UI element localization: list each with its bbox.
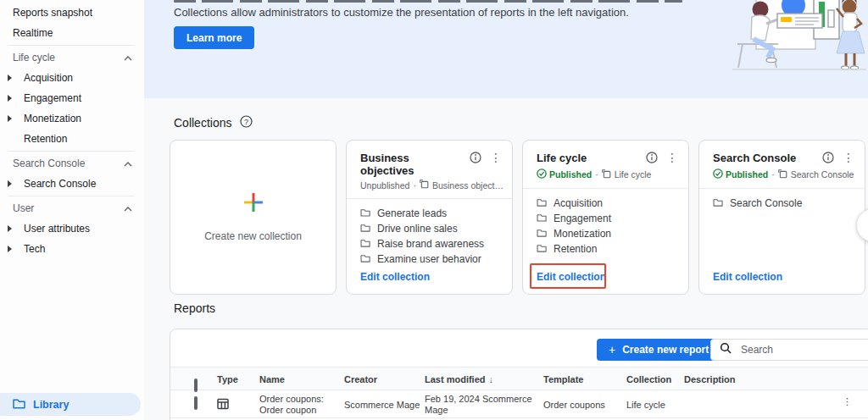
reports-section-title: Reports [174,301,215,315]
group-label: Life cycle [13,52,55,64]
col-label: Last modified [425,374,486,384]
sidebar-group-search-console[interactable]: Search Console [0,153,144,174]
create-new-report-button[interactable]: + Create new report [597,339,721,361]
info-icon[interactable] [470,152,481,166]
cell-last-modified: Feb 19, 2024 Scommerce Mage [425,394,533,416]
kebab-menu-icon[interactable]: ⋮ [843,151,854,164]
people-presentation-illustration [726,0,868,85]
sidebar-item-engagement[interactable]: Engagement [0,88,144,108]
table-row[interactable]: Order coupons: Order coupon Scommerce Ma… [170,390,868,418]
dot-separator: · [595,169,598,180]
edit-collection-link[interactable]: Edit collection [537,271,606,283]
expand-arrow-icon [8,115,15,122]
card-title: Search Console [713,152,815,164]
group-label: Search Console [13,158,85,169]
row-kebab-menu-icon[interactable]: ⋮ [843,396,852,407]
topic-label: Acquisition [554,197,603,209]
collection-card-search-console: Search Console ⋮ Published · Search Cons… [698,140,865,295]
topic-label: Examine user behavior [377,253,481,265]
col-template[interactable]: Template [543,368,583,391]
divider [8,151,134,152]
info-icon[interactable] [646,152,658,166]
help-icon[interactable]: ? [240,115,253,130]
col-collection[interactable]: Collection [626,368,671,391]
sidebar-item-tech[interactable]: Tech [0,239,144,259]
chevron-up-icon [124,158,132,169]
topic-item: Drive online sales [360,223,498,235]
expand-arrow-icon [8,75,15,81]
report-nav-sidebar: Reports snapshot Realtime Life cycle Acq… [0,0,144,420]
search-input[interactable] [741,344,851,356]
sidebar-item-reports-snapshot[interactable]: Reports snapshot [0,3,144,23]
card-title: Business objectives [360,152,462,177]
col-name[interactable]: Name [259,368,285,391]
library-page: Reports snapshot Realtime Life cycle Acq… [0,0,868,420]
row-checkbox[interactable] [194,398,198,408]
sidebar-group-life-cycle[interactable]: Life cycle [0,47,144,68]
topic-label: Monetization [554,228,611,240]
banner-message: Collections allow administrators to cust… [174,6,629,19]
template-ref-label: Search Console [791,169,854,180]
topic-item: Acquisition [537,197,675,209]
check-circle-icon [713,169,723,180]
collections-info-banner: Collections allow administrators to cust… [144,0,868,98]
item-label: Retention [24,133,67,145]
topic-label: Drive online sales [377,223,458,235]
create-collection-label: Create new collection [204,230,302,242]
sidebar-item-realtime[interactable]: Realtime [0,23,144,43]
topic-item: Retention [537,243,675,255]
sidebar-item-search-console[interactable]: Search Console [0,174,144,194]
sidebar-item-user-attributes[interactable]: User attributes [0,218,144,239]
divider [8,45,134,46]
status-badge: Unpublished [360,180,409,191]
col-last-modified[interactable]: Last modified↓ [425,368,493,391]
report-search-box[interactable] [710,339,868,361]
collections-card-row: Create new collection Business objective… [170,140,865,295]
status-label: Published [549,169,592,180]
col-description[interactable]: Description [684,368,736,391]
sidebar-item-retention[interactable]: Retention [0,129,144,149]
create-new-collection-card[interactable]: Create new collection [170,140,337,295]
item-label: User attributes [24,223,90,235]
chevron-up-icon [124,52,132,64]
table-header-row: Type Name Creator Last modified↓ Templat… [170,367,868,390]
expand-arrow-icon [8,95,15,102]
collections-section-title: Collections ? [174,115,253,130]
group-label: User [13,202,34,214]
search-icon [720,342,732,357]
col-type[interactable]: Type [217,368,238,391]
topic-label: Engagement [554,213,611,224]
topic-label: Raise brand awareness [377,238,484,250]
dot-separator: · [413,180,416,191]
cell-name[interactable]: Order coupons: Order coupon [259,394,337,416]
folder-icon [537,228,547,240]
plus-icon: + [609,343,615,356]
clipped-text-line [174,0,682,3]
sidebar-item-library[interactable]: Library [0,393,141,416]
expand-arrow-icon [8,246,15,252]
kebab-menu-icon[interactable]: ⋮ [490,151,502,164]
template-link-icon [420,180,429,191]
col-creator[interactable]: Creator [344,368,377,391]
item-label: Tech [24,243,45,255]
edit-collection-link[interactable]: Edit collection [713,271,782,283]
sidebar-item-monetization[interactable]: Monetization [0,108,144,129]
folder-icon [713,197,723,209]
cell-creator: Scommerce Mage [344,400,420,410]
check-circle-icon [537,169,547,180]
library-label: Library [33,399,69,411]
kebab-menu-icon[interactable]: ⋮ [666,151,678,164]
sidebar-group-user[interactable]: User [0,198,144,218]
status-label: Published [726,169,768,180]
dot-separator: · [771,169,775,180]
sort-desc-icon[interactable]: ↓ [489,374,494,384]
template-ref-label: Life cycle [615,169,652,180]
folder-icon [537,213,547,224]
learn-more-button[interactable]: Learn more [174,26,254,49]
create-report-label: Create new report [622,344,709,356]
sidebar-item-acquisition[interactable]: Acquisition [0,68,144,88]
info-icon[interactable] [822,152,834,166]
edit-collection-link[interactable]: Edit collection [360,271,430,283]
topic-item: Engagement [537,213,675,224]
template-link-icon [602,169,611,180]
